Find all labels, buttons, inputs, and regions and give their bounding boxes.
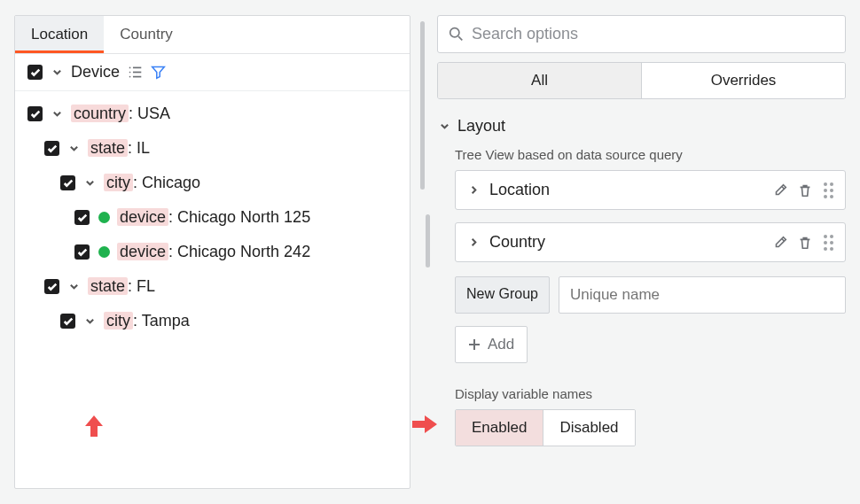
- section-layout-header[interactable]: Layout: [437, 117, 846, 136]
- svg-line-7: [458, 36, 462, 40]
- chevron-right-icon[interactable]: [466, 236, 481, 250]
- status-dot-icon: [98, 246, 110, 258]
- checkbox[interactable]: [44, 141, 59, 156]
- svg-point-6: [450, 28, 459, 37]
- layout-item-label: Location: [489, 181, 763, 199]
- checkbox[interactable]: [44, 279, 59, 294]
- tree-label: city: Chicago: [104, 174, 200, 192]
- chevron-down-icon[interactable]: [66, 142, 81, 156]
- chevron-down-icon[interactable]: [50, 107, 64, 121]
- tree-row-state[interactable]: state: IL: [19, 131, 406, 166]
- edit-icon[interactable]: [772, 182, 788, 198]
- status-dot-icon: [98, 212, 110, 223]
- plus-icon: [468, 338, 481, 351]
- tree-label: device: Chicago North 125: [117, 208, 310, 227]
- chevron-down-icon[interactable]: [82, 176, 97, 190]
- segment-all-overrides: All Overrides: [437, 62, 846, 99]
- chevron-down-icon: [437, 120, 451, 134]
- list-icon[interactable]: [128, 65, 143, 80]
- layout-item-label: Country: [489, 233, 763, 252]
- tab-country[interactable]: Country: [104, 16, 189, 53]
- tree-row-device[interactable]: device: Chicago North 125: [19, 200, 406, 235]
- segment-overrides[interactable]: Overrides: [641, 63, 845, 98]
- section-subtext: Tree View based on data source query: [455, 147, 846, 162]
- tree-label: state: FL: [88, 277, 155, 296]
- checkbox-device[interactable]: [27, 65, 43, 80]
- chevron-down-icon[interactable]: [82, 314, 97, 329]
- funnel-icon[interactable]: [151, 65, 166, 80]
- display-variable-names-label: Display variable names: [455, 386, 846, 401]
- svg-point-0: [129, 67, 131, 69]
- scrollbar[interactable]: [420, 21, 425, 190]
- drag-handle-icon[interactable]: [822, 182, 834, 198]
- chevron-down-icon[interactable]: [51, 66, 63, 79]
- checkbox[interactable]: [27, 106, 43, 121]
- tree-label: device: Chicago North 242: [117, 243, 310, 261]
- tree-label: country: USA: [71, 105, 170, 123]
- checkbox[interactable]: [60, 175, 75, 190]
- tree-row-city[interactable]: city: Chicago: [19, 166, 406, 200]
- new-group-input[interactable]: [559, 276, 846, 314]
- annotation-arrow-right-icon: [410, 414, 439, 435]
- tab-location[interactable]: Location: [15, 16, 104, 53]
- svg-point-2: [129, 72, 131, 74]
- toggle-disabled[interactable]: Disabled: [543, 410, 634, 446]
- display-variable-names-toggle: Enabled Disabled: [455, 409, 636, 446]
- tree-row-city[interactable]: city: Tampa: [19, 304, 406, 338]
- search-icon: [449, 27, 464, 42]
- checkbox[interactable]: [74, 210, 90, 225]
- toggle-enabled[interactable]: Enabled: [456, 410, 543, 446]
- search-input[interactable]: Search options: [437, 15, 846, 53]
- scrollbar[interactable]: [426, 214, 430, 268]
- tree-label: city: Tampa: [104, 312, 190, 330]
- checkbox[interactable]: [60, 314, 75, 329]
- tree-row-device[interactable]: device: Chicago North 242: [19, 235, 406, 269]
- tree-label: state: IL: [88, 139, 150, 158]
- svg-point-4: [129, 76, 131, 78]
- section-title: Layout: [457, 117, 505, 136]
- layout-item-country[interactable]: Country: [455, 222, 846, 262]
- new-group-label: New Group: [455, 276, 550, 314]
- tree-row-state[interactable]: state: FL: [19, 269, 406, 304]
- edit-icon[interactable]: [772, 235, 788, 251]
- trash-icon[interactable]: [797, 235, 813, 251]
- tree-row-country[interactable]: country: USA: [19, 97, 406, 131]
- tree-root-row[interactable]: Device: [15, 54, 410, 91]
- chevron-right-icon[interactable]: [466, 183, 481, 198]
- layout-item-location[interactable]: Location: [455, 170, 846, 210]
- annotation-arrow-up-icon: [83, 414, 105, 438]
- tree-root-label: Device: [71, 63, 120, 81]
- checkbox[interactable]: [74, 244, 90, 260]
- chevron-down-icon[interactable]: [66, 280, 81, 294]
- search-placeholder: Search options: [472, 25, 578, 43]
- drag-handle-icon[interactable]: [822, 235, 834, 251]
- trash-icon[interactable]: [797, 182, 813, 198]
- add-button[interactable]: Add: [455, 326, 528, 363]
- tab-bar: Location Country: [15, 16, 410, 54]
- location-tree: country: USA state: IL city: Chicago: [15, 91, 410, 342]
- segment-all[interactable]: All: [438, 63, 641, 98]
